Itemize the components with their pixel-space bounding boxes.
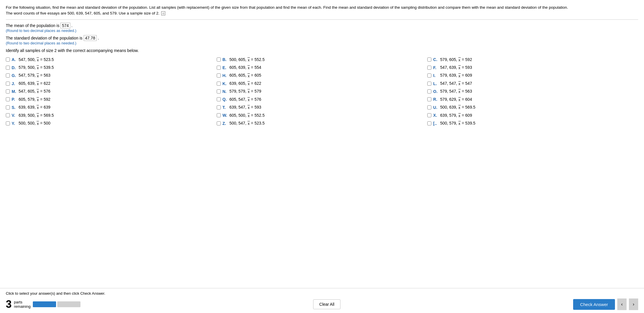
checkbox-O[interactable] xyxy=(427,89,431,93)
list-item: O.579, 547, x = 563 xyxy=(427,88,638,95)
sample-text-C: 579, 605, x = 592 xyxy=(440,57,472,62)
checkbox-J[interactable] xyxy=(6,82,10,86)
parts-text: parts remaining xyxy=(14,300,31,309)
sample-text-D: 579, 500, x = 539.5 xyxy=(19,65,54,70)
sample-text-L: 547, 547, x = 547 xyxy=(440,81,472,86)
sample-label-J: J. xyxy=(12,81,17,86)
list-item: L.547, 547, x = 547 xyxy=(427,80,638,87)
checkbox-S[interactable] xyxy=(6,105,10,109)
footer-area: Click to select your answer(s) and then … xyxy=(0,288,644,313)
list-item: Y.500, 500, x = 500 xyxy=(6,120,217,127)
resize-icon[interactable]: ⊡ xyxy=(161,11,165,15)
sample-text-U: 500, 639, x = 569.5 xyxy=(440,105,475,110)
sample-text-Z: 500, 547, x = 523.5 xyxy=(229,121,265,126)
checkbox-Y[interactable] xyxy=(6,121,10,125)
list-item: D.579, 500, x = 539.5 xyxy=(6,64,217,71)
word-count-text: The word counts of five essays are 500, … xyxy=(6,10,159,16)
sample-text-Y: 500, 500, x = 500 xyxy=(19,121,51,126)
checkbox-N[interactable] xyxy=(217,89,221,93)
list-item: R.579, 629, x = 604 xyxy=(427,96,638,103)
sample-text-A: 547, 500, x = 523.5 xyxy=(19,57,54,62)
mean-text: The mean of the population is 574 . xyxy=(6,23,638,28)
mean-hint: (Round to two decimal places as needed.) xyxy=(6,28,638,33)
sample-text-I: 579, 639, x = 609 xyxy=(440,73,472,78)
mean-block: The mean of the population is 574 . (Rou… xyxy=(6,23,638,33)
list-item: M.547, 605, x = 576 xyxy=(6,88,217,95)
progress-empty xyxy=(57,301,80,307)
mean-value: 574 xyxy=(60,23,70,28)
page-wrapper: For the following situation, find the me… xyxy=(0,0,644,313)
sample-label-C: C. xyxy=(433,57,438,62)
sample-label-I: I. xyxy=(433,73,438,78)
parts-info: 3 parts remaining xyxy=(6,299,80,310)
check-answer-button[interactable]: Check Answer xyxy=(573,299,615,310)
checkbox-L[interactable] xyxy=(427,82,431,86)
checkbox-G[interactable] xyxy=(6,73,10,78)
word-count-line: The word counts of five essays are 500, … xyxy=(6,10,638,16)
checkbox-M[interactable] xyxy=(6,89,10,93)
list-item: V.639, 500, x = 569.5 xyxy=(6,112,217,119)
checkbox-[.[interactable] xyxy=(427,121,431,125)
checkbox-P[interactable] xyxy=(6,97,10,101)
list-item: U.500, 639, x = 569.5 xyxy=(427,104,638,111)
list-item: K.639, 605, x = 622 xyxy=(217,80,428,87)
checkbox-D[interactable] xyxy=(6,66,10,70)
sample-text-E: 605, 639, x = 554 xyxy=(229,65,261,70)
checkbox-X[interactable] xyxy=(427,113,431,117)
checkbox-K[interactable] xyxy=(217,82,221,86)
checkbox-F[interactable] xyxy=(427,66,431,70)
sample-text-H: 605, 605, x = 605 xyxy=(229,73,261,78)
sample-label-K: K. xyxy=(223,81,228,86)
checkbox-E[interactable] xyxy=(217,66,221,70)
next-nav-button[interactable]: › xyxy=(629,298,638,310)
checkbox-H[interactable] xyxy=(217,73,221,78)
prev-nav-button[interactable]: ‹ xyxy=(617,298,627,310)
list-item: F.547, 639, x = 593 xyxy=(427,64,638,71)
sample-label-L: L. xyxy=(433,81,438,86)
checkbox-A[interactable] xyxy=(6,57,10,62)
checkbox-R[interactable] xyxy=(427,97,431,101)
sample-text-T: 639, 547, x = 593 xyxy=(229,105,261,110)
checkbox-T[interactable] xyxy=(217,105,221,109)
sample-text-O: 579, 547, x = 563 xyxy=(440,89,472,94)
sample-text-N: 579, 579, x = 579 xyxy=(229,89,261,94)
list-item: J.605, 639, x = 622 xyxy=(6,80,217,87)
sample-text-J: 605, 639, x = 622 xyxy=(19,81,51,86)
checkbox-B[interactable] xyxy=(217,57,221,62)
list-item: S.639, 639, x = 639 xyxy=(6,104,217,111)
sample-label-V: V. xyxy=(12,113,17,118)
sample-label-B: B. xyxy=(223,57,228,62)
list-item: T.639, 547, x = 593 xyxy=(217,104,428,111)
checkbox-Q[interactable] xyxy=(217,97,221,101)
checkbox-W[interactable] xyxy=(217,113,221,117)
list-item: Z.500, 547, x = 523.5 xyxy=(217,120,428,127)
checkbox-I[interactable] xyxy=(427,73,431,78)
checkbox-U[interactable] xyxy=(427,105,431,109)
sample-text-Q: 605, 547, x = 576 xyxy=(229,97,261,102)
sample-label-A: A. xyxy=(12,57,17,62)
sample-label-X: X. xyxy=(433,113,438,118)
list-item: X.639, 579, x = 609 xyxy=(427,112,638,119)
sample-label-W: W. xyxy=(223,113,228,118)
std-label: The standard deviation of the population… xyxy=(6,36,82,40)
sample-label-D: D. xyxy=(12,65,17,70)
list-item: [..500, 579, x = 539.5 xyxy=(427,120,638,127)
std-hint: (Round to two decimal places as needed.) xyxy=(6,41,638,45)
clear-all-button[interactable]: Clear All xyxy=(313,299,340,309)
sample-label-O: O. xyxy=(433,89,438,94)
sample-text-R: 579, 629, x = 604 xyxy=(440,97,472,102)
std-block: The standard deviation of the population… xyxy=(6,36,638,45)
checkbox-V[interactable] xyxy=(6,113,10,117)
sample-label-[.: [.. xyxy=(433,121,438,126)
sample-label-S: S. xyxy=(12,105,17,110)
list-item: B.500, 605, x = 552.5 xyxy=(217,56,428,63)
sample-label-Q: Q. xyxy=(223,97,228,102)
sample-text-[.: 500, 579, x = 539.5 xyxy=(440,121,475,126)
sample-label-N: N. xyxy=(223,89,228,94)
list-item: W.605, 500, x = 552.5 xyxy=(217,112,428,119)
content-area: For the following situation, find the me… xyxy=(0,0,644,288)
checkbox-C[interactable] xyxy=(427,57,431,62)
sample-text-X: 639, 579, x = 609 xyxy=(440,113,472,118)
checkbox-Z[interactable] xyxy=(217,121,221,125)
list-item: N.579, 579, x = 579 xyxy=(217,88,428,95)
